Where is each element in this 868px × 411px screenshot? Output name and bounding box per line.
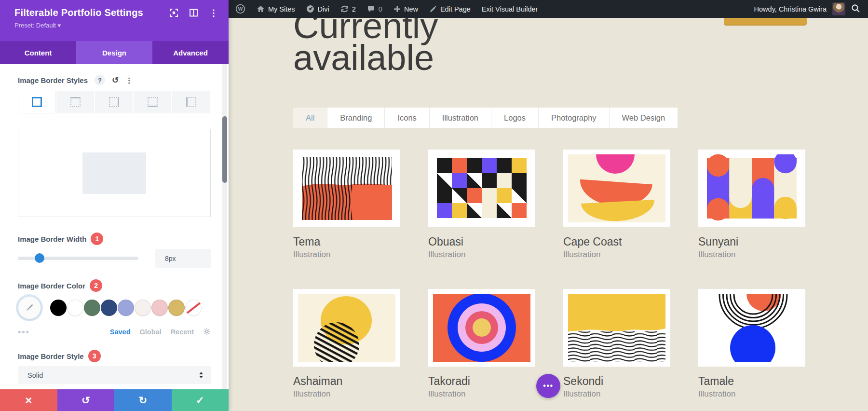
preset-selector[interactable]: Preset: Default ▾ (14, 22, 220, 29)
filter-tab-web-design[interactable]: Web Design (610, 108, 678, 128)
save-button[interactable]: ✓ (172, 389, 229, 411)
portfolio-title[interactable]: Obuasi (428, 235, 535, 248)
border-width-slider[interactable] (18, 257, 138, 260)
border-all-icon (32, 97, 42, 107)
portfolio-category[interactable]: Illustration (428, 389, 535, 399)
svg-text:W: W (238, 6, 243, 12)
redo-button[interactable]: ↻ (114, 389, 172, 411)
portfolio-category[interactable]: Illustration (293, 250, 400, 260)
portfolio-category[interactable]: Illustration (698, 389, 805, 399)
border-styles-options (18, 91, 211, 113)
portfolio-thumbnail-cape-coast[interactable] (563, 150, 670, 227)
portfolio-thumbnail-takoradi[interactable] (428, 289, 535, 367)
wordpress-logo-icon[interactable]: W (235, 4, 245, 14)
image-border-styles-label: Image Border Styles (18, 76, 88, 84)
eyedropper-button[interactable] (18, 296, 41, 319)
border-width-input[interactable]: 8px (155, 249, 211, 268)
discard-button[interactable]: × (0, 389, 57, 411)
portfolio-thumbnail-sekondi[interactable] (563, 289, 670, 367)
filter-tab-icons[interactable]: Icons (385, 108, 429, 128)
new-content-menu[interactable]: New (393, 5, 418, 13)
portfolio-thumbnail-tema[interactable] (293, 150, 400, 227)
wp-admin-bar: W My Sites Divi 2 0 New Edit Page Exit V… (229, 0, 868, 18)
settings-panel-body: Image Border Styles ? ↺ ⋮ Image Border W… (0, 64, 229, 389)
color-swatch-white[interactable] (67, 300, 83, 316)
updates-menu[interactable]: 2 (340, 5, 356, 13)
filter-tab-branding[interactable]: Branding (327, 108, 385, 128)
user-avatar[interactable] (832, 2, 845, 15)
color-swatch-green[interactable] (84, 300, 100, 316)
saved-colors-link[interactable]: Saved (110, 328, 131, 336)
filter-tab-logos[interactable]: Logos (491, 108, 539, 128)
color-swatch-periwinkle[interactable] (118, 300, 134, 316)
snap-panel-icon[interactable] (170, 9, 178, 17)
help-icon[interactable]: ? (95, 75, 105, 85)
portfolio-category[interactable]: Illustration (563, 250, 670, 260)
filter-tab-all[interactable]: All (293, 108, 327, 128)
border-left-icon (186, 97, 196, 107)
color-swatch-pink[interactable] (151, 300, 168, 316)
my-sites-menu[interactable]: My Sites (257, 5, 295, 13)
portfolio-category[interactable]: Illustration (563, 389, 670, 399)
border-right-button[interactable] (95, 91, 133, 113)
border-top-button[interactable] (56, 91, 94, 113)
portfolio-thumbnail-tamale[interactable] (698, 289, 805, 367)
panel-menu-icon[interactable]: ⋮ (209, 9, 218, 17)
recent-colors-link[interactable]: Recent (171, 328, 194, 336)
portfolio-thumbnail-sunyani[interactable] (698, 150, 805, 227)
tab-advanced[interactable]: Advanced (152, 41, 229, 64)
more-swatches-icon[interactable]: ••• (18, 327, 30, 337)
color-swatch-gold[interactable] (168, 300, 185, 316)
slider-handle[interactable] (35, 253, 44, 263)
color-settings-gear-icon[interactable] (203, 328, 211, 337)
divi-menu[interactable]: Divi (306, 5, 329, 13)
panel-scrollbar-track[interactable] (222, 64, 227, 389)
panel-scrollbar-thumb[interactable] (222, 116, 227, 183)
global-colors-link[interactable]: Global (140, 328, 162, 336)
portfolio-category[interactable]: Illustration (293, 389, 400, 399)
color-swatch-transparent[interactable] (185, 300, 202, 316)
color-swatch-navy[interactable] (101, 300, 117, 316)
module-options-button[interactable]: ••• (536, 374, 560, 398)
filter-tab-photography[interactable]: Photography (539, 108, 610, 128)
color-swatch-black[interactable] (50, 300, 67, 316)
portfolio-title[interactable]: Cape Coast (563, 235, 670, 248)
color-swatch-offwhite[interactable] (135, 300, 151, 316)
updates-icon (340, 5, 349, 13)
reset-icon[interactable]: ↺ (112, 75, 119, 85)
tab-design[interactable]: Design (76, 41, 152, 64)
option-menu-icon[interactable]: ⋮ (125, 79, 133, 82)
portfolio-item-cape-coast: Cape Coast Illustration (563, 150, 670, 260)
border-style-select[interactable]: Solid (18, 366, 211, 384)
tab-content[interactable]: Content (0, 41, 76, 64)
portfolio-title[interactable]: Tema (293, 235, 400, 248)
border-left-button[interactable] (172, 91, 210, 113)
filter-tab-illustration[interactable]: Illustration (430, 108, 491, 128)
exit-visual-builder[interactable]: Exit Visual Builder (482, 5, 538, 13)
portfolio-title[interactable]: Takoradi (428, 374, 535, 388)
portfolio-item-sunyani: Sunyani Illustration (698, 150, 805, 260)
howdy-label[interactable]: Howdy, Christina Gwira (754, 5, 827, 13)
portfolio-category[interactable]: Illustration (698, 250, 805, 260)
color-palette-links: ••• Saved Global Recent (18, 327, 211, 337)
portfolio-title[interactable]: Sunyani (698, 235, 805, 248)
portfolio-category[interactable]: Illustration (428, 250, 535, 260)
portfolio-thumbnail-ashaiman[interactable] (293, 289, 400, 367)
split-view-icon[interactable] (190, 9, 198, 17)
image-border-width-label: Image Border Width (18, 235, 86, 243)
portfolio-item-tamale: Tamale Illustration (698, 289, 805, 399)
edit-page-menu[interactable]: Edit Page (429, 5, 471, 13)
border-bottom-button[interactable] (134, 91, 171, 113)
portfolio-title[interactable]: Tamale (698, 374, 805, 388)
step-badge-3: 3 (88, 350, 101, 362)
portfolio-title[interactable]: Sekondi (563, 374, 670, 388)
undo-button[interactable]: ↺ (57, 389, 115, 411)
search-icon[interactable] (851, 4, 860, 14)
border-style-value: Solid (27, 371, 43, 379)
portfolio-item-takoradi: Takoradi Illustration (428, 289, 535, 399)
portfolio-thumbnail-obuasi[interactable] (428, 150, 535, 227)
comments-menu[interactable]: 0 (367, 5, 382, 13)
divi-label: Divi (318, 5, 329, 13)
border-all-sides-button[interactable] (18, 91, 55, 113)
portfolio-title[interactable]: Ashaiman (293, 374, 400, 388)
